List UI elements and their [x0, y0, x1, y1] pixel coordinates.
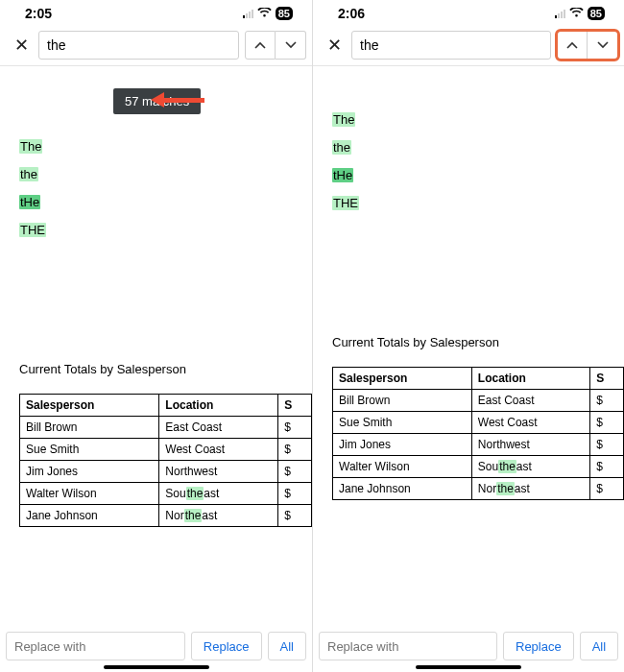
col-location: Location [471, 368, 589, 390]
close-find-button[interactable]: ✕ [10, 35, 33, 56]
replace-all-button[interactable]: All [268, 632, 306, 660]
table-row: Jim JonesNorthwest$ [20, 461, 312, 483]
table-header-row: Salesperson Location S [333, 368, 624, 390]
find-next-button[interactable] [276, 31, 306, 60]
table-header-row: Salesperson Location S [20, 395, 312, 417]
list-item: The [332, 112, 605, 127]
wifi-icon [257, 7, 272, 21]
word-list: The the tHe THE [332, 112, 605, 210]
document-body: The the tHe THE Current Totals by Salesp… [313, 66, 624, 500]
replace-input[interactable] [319, 632, 497, 660]
replace-input[interactable] [6, 632, 185, 660]
table-row: Sue SmithWest Coast$ [333, 412, 624, 434]
list-item: tHe [332, 168, 605, 182]
screenshot-right: 2:06 85 ✕ The the tHe THE [312, 0, 624, 672]
sales-table: Salesperson Location S Bill BrownEast Co… [19, 394, 312, 527]
battery-level: 85 [276, 7, 293, 20]
table-row: Bill BrownEast Coast$ [20, 417, 312, 439]
word-list: The the tHe THE [19, 139, 293, 237]
list-item: The [19, 139, 293, 154]
status-time: 2:05 [25, 6, 52, 21]
section-title: Current Totals by Salesperson [19, 362, 293, 376]
replace-all-button[interactable]: All [580, 632, 618, 660]
table-row: Jim JonesNorthwest$ [333, 434, 624, 456]
status-bar: 2:06 85 [313, 0, 624, 27]
col-extra: S [590, 368, 624, 390]
find-prev-button[interactable] [557, 31, 588, 60]
home-indicator [104, 665, 209, 669]
battery-level: 85 [588, 7, 605, 20]
replace-bar: Replace All [313, 632, 624, 660]
status-bar: 2:05 85 [0, 0, 312, 27]
replace-button[interactable]: Replace [191, 632, 262, 660]
col-location: Location [159, 395, 278, 417]
table-row: Jane JohnsonNortheast$ [333, 478, 624, 500]
table-row: Walter WilsonSoutheast$ [20, 483, 312, 505]
list-item: THE [19, 223, 293, 237]
find-next-button[interactable] [588, 31, 618, 60]
list-item: tHe [19, 195, 293, 209]
table-row: Sue SmithWest Coast$ [20, 439, 312, 461]
find-prev-button[interactable] [245, 31, 276, 60]
find-bar: ✕ [313, 27, 624, 66]
table-row: Walter WilsonSoutheast$ [333, 456, 624, 478]
col-salesperson: Salesperson [333, 368, 472, 390]
find-input[interactable] [351, 31, 551, 60]
table-row: Jane JohnsonNortheast$ [20, 505, 312, 527]
list-item: the [332, 140, 605, 155]
section-title: Current Totals by Salesperson [332, 335, 605, 349]
home-indicator [416, 665, 521, 669]
find-input[interactable] [38, 31, 239, 60]
find-nav-buttons [245, 31, 306, 60]
table-row: Bill BrownEast Coast$ [333, 390, 624, 412]
status-time: 2:06 [338, 6, 365, 21]
status-right: 85 [243, 7, 293, 21]
cell-signal-icon [243, 9, 253, 18]
find-nav-buttons [557, 31, 618, 60]
cell-signal-icon [555, 9, 565, 18]
col-extra: S [278, 395, 312, 417]
replace-button[interactable]: Replace [503, 632, 574, 660]
screenshot-left: 2:05 85 ✕ 57 matches The the [0, 0, 312, 672]
col-salesperson: Salesperson [20, 395, 159, 417]
list-item: THE [332, 196, 605, 210]
sales-table: Salesperson Location S Bill BrownEast Co… [332, 367, 624, 500]
close-find-button[interactable]: ✕ [323, 35, 346, 56]
find-bar: ✕ [0, 27, 312, 66]
document-body: The the tHe THE Current Totals by Salesp… [0, 66, 312, 527]
status-right: 85 [555, 7, 605, 21]
list-item: the [19, 167, 293, 181]
replace-bar: Replace All [0, 632, 312, 660]
wifi-icon [569, 7, 584, 21]
